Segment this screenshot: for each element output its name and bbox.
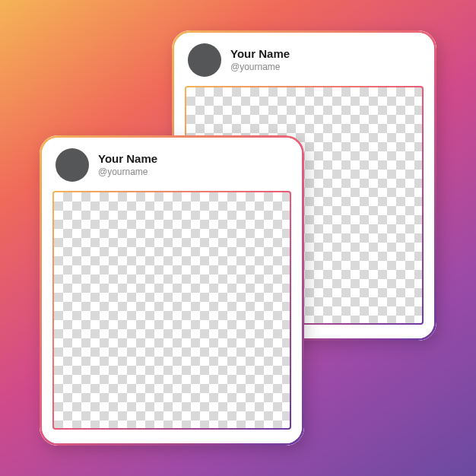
- avatar[interactable]: [188, 43, 221, 77]
- post-image-placeholder[interactable]: [52, 191, 291, 430]
- user-handle: @yourname: [98, 167, 157, 177]
- post-card-front: Your Name @yourname: [40, 135, 304, 446]
- user-text: Your Name @yourname: [230, 47, 290, 72]
- display-name: Your Name: [98, 152, 157, 166]
- transparency-checker: [54, 192, 290, 428]
- card-inner: Your Name @yourname: [42, 138, 302, 443]
- post-header: Your Name @yourname: [174, 33, 434, 86]
- user-text: Your Name @yourname: [98, 152, 157, 177]
- user-handle: @yourname: [230, 62, 290, 72]
- display-name: Your Name: [230, 47, 290, 61]
- post-header: Your Name @yourname: [42, 138, 302, 191]
- avatar[interactable]: [56, 148, 89, 182]
